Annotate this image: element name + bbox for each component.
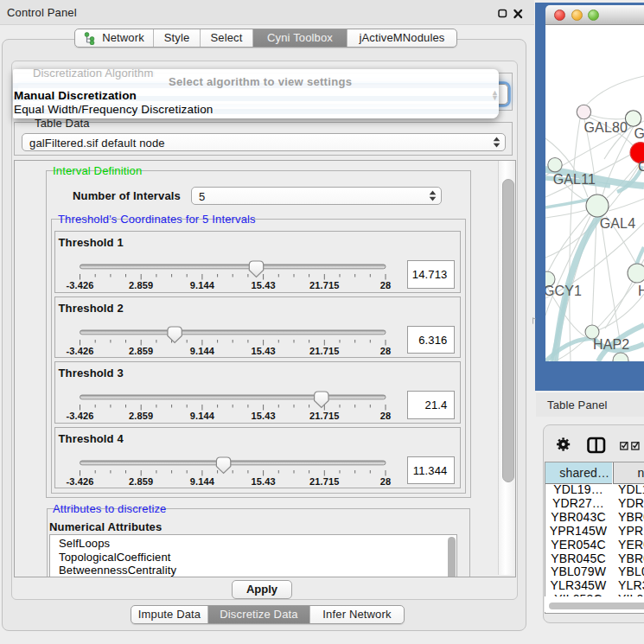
svg-text:-3.426: -3.426 xyxy=(66,346,93,356)
svg-text:H: H xyxy=(638,284,644,298)
svg-text:2.859: 2.859 xyxy=(129,280,153,290)
svg-text:15.43: 15.43 xyxy=(251,476,275,487)
svg-text:28: 28 xyxy=(379,476,391,487)
svg-text:GAL11: GAL11 xyxy=(553,172,596,187)
svg-text:9.144: 9.144 xyxy=(189,476,214,487)
svg-text:9.144: 9.144 xyxy=(189,346,214,356)
svg-text:21.715: 21.715 xyxy=(309,346,340,356)
svg-text:9.144: 9.144 xyxy=(189,280,214,290)
svg-text:2.859: 2.859 xyxy=(129,476,153,487)
svg-text:GAL80: GAL80 xyxy=(584,120,628,135)
svg-text:-3.426: -3.426 xyxy=(66,476,93,487)
svg-text:15.43: 15.43 xyxy=(251,280,275,290)
svg-text:C: C xyxy=(638,159,644,174)
svg-text:15.43: 15.43 xyxy=(251,346,275,356)
svg-text:GCY1: GCY1 xyxy=(545,284,582,298)
svg-text:-3.426: -3.426 xyxy=(66,280,93,290)
svg-text:HAP2: HAP2 xyxy=(593,337,629,352)
svg-text:9.144: 9.144 xyxy=(189,411,214,421)
svg-text:21.715: 21.715 xyxy=(309,411,340,421)
svg-text:2.859: 2.859 xyxy=(129,411,153,421)
svg-text:28: 28 xyxy=(379,411,391,421)
svg-text:2.859: 2.859 xyxy=(129,346,153,356)
svg-text:GA: GA xyxy=(634,126,644,141)
svg-text:21.715: 21.715 xyxy=(309,476,340,487)
svg-text:GAL4: GAL4 xyxy=(600,216,636,231)
svg-text:15.43: 15.43 xyxy=(251,411,275,421)
svg-text:28: 28 xyxy=(379,280,391,290)
svg-text:-3.426: -3.426 xyxy=(66,411,93,421)
svg-text:28: 28 xyxy=(379,346,391,356)
svg-text:21.715: 21.715 xyxy=(309,280,340,290)
